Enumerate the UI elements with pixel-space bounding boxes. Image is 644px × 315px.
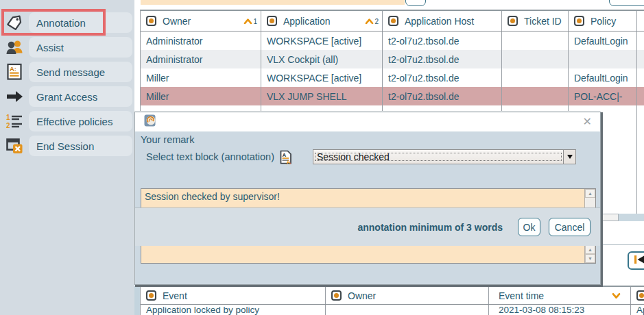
chevron-down-icon	[567, 155, 573, 159]
sidebar-item-annotation[interactable]: Annotation	[0, 12, 134, 33]
column-menu-icon[interactable]	[636, 290, 644, 301]
sidebar-item-end-session[interactable]: End Session	[0, 136, 134, 156]
column-menu-icon[interactable]	[267, 16, 277, 26]
session-table-header: Owner 1 Application 2 Application Host	[141, 10, 644, 32]
column-header-application[interactable]	[631, 287, 644, 304]
scroll-up-icon[interactable]: ▲	[585, 189, 595, 198]
scroll-up-icon[interactable]: ▲	[585, 245, 595, 254]
sidebar-item-assist[interactable]: Assist	[0, 37, 134, 58]
dialog-title-bar[interactable]: ✕	[135, 112, 600, 131]
cell-application: WORKSPACE [active]	[261, 68, 383, 87]
column-label: Application Host	[405, 16, 474, 27]
sidebar-item-label: Annotation	[29, 12, 132, 33]
event-row[interactable]: Application locked by policy 2021-03-08 …	[141, 305, 644, 315]
column-menu-icon[interactable]	[574, 16, 584, 26]
close-icon[interactable]: ✕	[583, 116, 592, 127]
cell-extra	[637, 68, 644, 87]
column-menu-icon[interactable]	[146, 16, 156, 26]
remark-label: Your remark	[141, 134, 194, 145]
column-header-owner[interactable]: Owner	[326, 287, 489, 304]
cell-application: VLX JUMP SHELL	[261, 87, 383, 105]
skip-to-start-icon	[634, 255, 644, 267]
column-header-event[interactable]: Event	[141, 287, 326, 304]
tag-icon	[0, 14, 29, 32]
cell-host: t2-ol7u2.tbsol.de	[383, 87, 502, 105]
column-header-application-host[interactable]: Application Host	[383, 11, 502, 31]
column-header-event-time[interactable]: Event time	[489, 287, 631, 304]
arrow-right-icon	[0, 88, 29, 105]
column-menu-icon[interactable]	[146, 290, 156, 301]
select-text-block-label: Select text block (annotation)	[146, 151, 274, 162]
toolbar-button-partial-1[interactable]	[405, 0, 426, 6]
text-block-dropdown[interactable]: Session checked	[313, 149, 576, 164]
dropdown-value: Session checked	[313, 151, 563, 162]
sort-asc-indicator: 2	[365, 17, 379, 25]
column-menu-icon[interactable]	[331, 290, 342, 301]
column-label: Policy	[591, 16, 616, 27]
cell-owner: Administrator	[141, 32, 261, 50]
cell-ticket	[502, 87, 569, 105]
sidebar-item-effective-policies[interactable]: 1 2 Effective policies	[0, 111, 134, 131]
svg-text:A:: A:	[10, 65, 16, 73]
skip-to-start-button[interactable]	[628, 251, 644, 270]
numbered-list-icon: 1 2	[0, 112, 29, 130]
message-document-icon: A:	[0, 63, 29, 81]
column-header-application[interactable]: Application 2	[261, 11, 383, 31]
sort-asc-indicator: 1	[243, 17, 257, 25]
sidebar-item-send-message[interactable]: A: Send message	[0, 62, 134, 82]
dialog-footer: annotation minimum of 3 words Ok Cancel	[135, 207, 600, 246]
cancel-button[interactable]: Cancel	[549, 218, 591, 236]
sidebar-item-label: Grant Access	[29, 86, 132, 107]
cell-application: WORKSPACE [active]	[261, 32, 383, 50]
sidebar-item-label: Assist	[29, 37, 132, 58]
table-row[interactable]: Miller WORKSPACE [active] t2-ol7u2.tbsol…	[141, 68, 644, 87]
column-label: Event time	[499, 290, 544, 301]
sidebar-item-label: Effective policies	[29, 111, 132, 131]
dropdown-button[interactable]	[563, 150, 575, 164]
cell-application: VLX Cockpit (all)	[261, 50, 383, 68]
sidebar-item-grant-access[interactable]: Grant Access	[0, 86, 134, 107]
cell-policy: POL-ACC|-	[569, 87, 637, 105]
cell-owner	[326, 305, 489, 315]
text-block-document-icon: A A	[279, 150, 292, 164]
svg-text:A: A	[287, 158, 291, 164]
table-row-selected[interactable]: Miller VLX JUMP SHELL t2-ol7u2.tbsol.de …	[141, 87, 644, 105]
annotation-dialog: ✕ Your remark Select text block (annotat…	[134, 112, 601, 285]
column-label: Application	[283, 16, 331, 27]
cell-host: t2-ol7u2.tbsol.de	[383, 50, 502, 68]
table-row[interactable]: Administrator VLX Cockpit (all) t2-ol7u2…	[141, 50, 644, 68]
column-label: Owner	[348, 290, 376, 301]
end-session-icon	[0, 137, 29, 155]
column-header-owner[interactable]: Owner 1	[141, 11, 261, 31]
cell-policy: DefaultLogin	[569, 32, 637, 50]
table-row[interactable]: Administrator WORKSPACE [active] t2-ol7u…	[141, 32, 644, 50]
column-header-policy[interactable]: Policy	[569, 11, 637, 31]
column-menu-icon[interactable]	[388, 16, 398, 26]
cell-extra	[637, 87, 644, 105]
cell-ticket	[502, 50, 569, 68]
column-menu-icon[interactable]	[508, 16, 518, 26]
toolbar-button-partial-2[interactable]	[609, 0, 644, 6]
validation-hint: annotation minimum of 3 words	[357, 222, 503, 233]
cell-application: Ap	[631, 305, 644, 315]
cell-extra	[637, 50, 644, 68]
event-table: Event Owner Event time Application locke…	[140, 286, 644, 315]
column-header-ticket-id[interactable]: Ticket ID	[502, 11, 569, 31]
assist-users-icon	[0, 38, 29, 56]
sidebar-item-label: Send message	[29, 62, 132, 82]
svg-text:A: A	[283, 151, 287, 158]
svg-text:1: 1	[6, 114, 10, 121]
scroll-down-icon[interactable]: ▼	[585, 254, 595, 263]
column-header-extra	[637, 11, 644, 31]
filter-input[interactable]	[141, 0, 405, 5]
sort-desc-indicator	[612, 292, 621, 299]
svg-text:2: 2	[6, 122, 10, 129]
cell-host: t2-ol7u2.tbsol.de	[383, 32, 502, 50]
cell-event: Application locked by policy	[141, 305, 326, 315]
cell-owner: Miller	[141, 68, 261, 87]
cell-policy: DefaultLogin	[569, 68, 637, 87]
select-text-block-row: Select text block (annotation) A A Sessi…	[135, 148, 600, 166]
column-label: Ticket ID	[524, 16, 562, 27]
ok-button[interactable]: Ok	[518, 218, 540, 236]
sidebar: Annotation Assist A: Send message	[0, 0, 134, 315]
